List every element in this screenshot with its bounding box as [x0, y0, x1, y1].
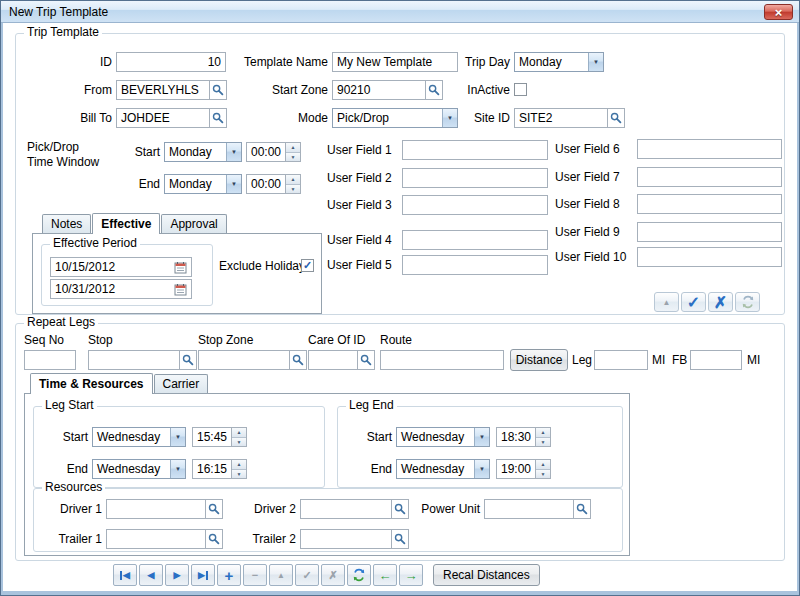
chevron-down-icon[interactable]: ▼: [226, 175, 241, 193]
spinner-down-icon[interactable]: ▼: [232, 470, 246, 479]
window-end-time-spinner[interactable]: ▲ ▼: [286, 174, 301, 194]
distance-button[interactable]: Distance: [510, 349, 568, 371]
trip-day-select[interactable]: Monday ▼: [514, 52, 604, 72]
spinner-up-icon[interactable]: ▲: [286, 143, 300, 153]
recal-distances-button[interactable]: Recal Distances: [433, 564, 540, 586]
leg-start-end-time-spinner[interactable]: ▲ ▼: [232, 459, 247, 479]
stop-zone-lookup-button[interactable]: [290, 350, 307, 370]
leg-start-end-time-input[interactable]: 16:15: [192, 459, 232, 479]
chevron-down-icon[interactable]: ▼: [170, 460, 185, 478]
exclude-holiday-checkbox[interactable]: ✓: [301, 259, 314, 272]
effective-from-date-input[interactable]: 10/15/2012: [50, 257, 192, 277]
trailer2-input[interactable]: [300, 529, 392, 549]
insert-record-button[interactable]: +: [217, 564, 241, 586]
care-of-id-lookup-button[interactable]: [358, 350, 375, 370]
leg-end-end-time-spinner[interactable]: ▲ ▼: [536, 459, 551, 479]
leg-start-end-day-select[interactable]: Wednesday ▼: [92, 459, 186, 479]
user-field-input[interactable]: [402, 140, 548, 160]
move-leg-right-button[interactable]: →: [399, 564, 423, 586]
user-field-input[interactable]: [637, 222, 782, 242]
move-leg-left-button[interactable]: ←: [373, 564, 397, 586]
seq-no-input[interactable]: [24, 350, 76, 370]
refresh-button[interactable]: [347, 564, 371, 586]
user-field-input[interactable]: [402, 168, 548, 188]
chevron-down-icon[interactable]: ▼: [442, 109, 457, 127]
post-record-button[interactable]: ✓: [681, 292, 706, 312]
window-start-time-input[interactable]: 00:00: [246, 142, 286, 162]
first-record-button[interactable]: ◀: [113, 564, 137, 586]
spinner-down-icon[interactable]: ▼: [536, 470, 550, 479]
cancel-record-button[interactable]: ✗: [708, 292, 733, 312]
leg-start-start-day-select[interactable]: Wednesday ▼: [92, 427, 186, 447]
post-record-button[interactable]: ✓: [295, 564, 319, 586]
leg-end-end-day-select[interactable]: Wednesday ▼: [396, 459, 490, 479]
tab-notes[interactable]: Notes: [42, 214, 91, 233]
calendar-icon[interactable]: [174, 261, 187, 274]
spinner-up-icon[interactable]: ▲: [232, 428, 246, 438]
leg-miles-input[interactable]: [594, 350, 648, 370]
chevron-down-icon[interactable]: ▼: [588, 53, 603, 71]
leg-end-start-time-input[interactable]: 18:30: [496, 427, 536, 447]
site-id-lookup-button[interactable]: [608, 108, 625, 128]
spinner-down-icon[interactable]: ▼: [232, 438, 246, 447]
fb-miles-input[interactable]: [690, 350, 742, 370]
spinner-down-icon[interactable]: ▼: [286, 153, 300, 162]
trailer1-input[interactable]: [106, 529, 206, 549]
user-field-input[interactable]: [402, 255, 548, 275]
power-unit-lookup-button[interactable]: [574, 499, 591, 519]
inactive-checkbox[interactable]: [514, 83, 527, 96]
edit-record-button[interactable]: ▲: [654, 292, 679, 312]
chevron-down-icon[interactable]: ▼: [474, 428, 489, 446]
leg-end-end-time-input[interactable]: 19:00: [496, 459, 536, 479]
tab-effective[interactable]: Effective: [92, 213, 160, 234]
driver1-lookup-button[interactable]: [206, 499, 223, 519]
tab-time-resources[interactable]: Time & Resources: [30, 373, 153, 394]
stop-input[interactable]: [88, 350, 180, 370]
trailer2-lookup-button[interactable]: [392, 529, 409, 549]
stop-lookup-button[interactable]: [180, 350, 197, 370]
window-end-day-select[interactable]: Monday ▼: [164, 174, 242, 194]
edit-record-button[interactable]: ▲: [269, 564, 293, 586]
refresh-button[interactable]: [735, 292, 760, 312]
tab-carrier[interactable]: Carrier: [154, 374, 209, 393]
bill-to-input[interactable]: JOHDEE: [116, 108, 210, 128]
user-field-input[interactable]: [637, 139, 782, 159]
delete-record-button[interactable]: −: [243, 564, 267, 586]
chevron-down-icon[interactable]: ▼: [226, 143, 241, 161]
spinner-up-icon[interactable]: ▲: [536, 428, 550, 438]
effective-to-date-input[interactable]: 10/31/2012: [50, 279, 192, 299]
window-start-day-select[interactable]: Monday ▼: [164, 142, 242, 162]
spinner-down-icon[interactable]: ▼: [286, 185, 300, 194]
leg-end-start-day-select[interactable]: Wednesday ▼: [396, 427, 490, 447]
next-record-button[interactable]: ▶: [165, 564, 189, 586]
tab-approval[interactable]: Approval: [161, 214, 226, 233]
leg-start-start-time-input[interactable]: 15:45: [192, 427, 232, 447]
close-button[interactable]: ×: [764, 4, 793, 20]
driver1-input[interactable]: [106, 499, 206, 519]
user-field-input[interactable]: [402, 195, 548, 215]
power-unit-input[interactable]: [484, 499, 574, 519]
chevron-down-icon[interactable]: ▼: [474, 460, 489, 478]
leg-end-start-time-spinner[interactable]: ▲ ▼: [536, 427, 551, 447]
spinner-up-icon[interactable]: ▲: [536, 460, 550, 470]
start-zone-lookup-button[interactable]: [426, 80, 443, 100]
route-input[interactable]: [380, 350, 504, 370]
from-input[interactable]: BEVERLYHLS: [116, 80, 210, 100]
stop-zone-input[interactable]: [198, 350, 290, 370]
cancel-record-button[interactable]: ✗: [321, 564, 345, 586]
template-name-input[interactable]: My New Template: [332, 52, 458, 72]
calendar-icon[interactable]: [174, 283, 187, 296]
care-of-id-input[interactable]: [308, 350, 358, 370]
user-field-input[interactable]: [637, 247, 782, 267]
window-end-time-input[interactable]: 00:00: [246, 174, 286, 194]
trailer1-lookup-button[interactable]: [206, 529, 223, 549]
user-field-input[interactable]: [402, 230, 548, 250]
window-start-time-spinner[interactable]: ▲ ▼: [286, 142, 301, 162]
driver2-lookup-button[interactable]: [392, 499, 409, 519]
user-field-input[interactable]: [637, 194, 782, 214]
title-bar[interactable]: New Trip Template ×: [1, 1, 799, 23]
user-field-input[interactable]: [637, 167, 782, 187]
prior-record-button[interactable]: ◀: [139, 564, 163, 586]
spinner-down-icon[interactable]: ▼: [536, 438, 550, 447]
mode-select[interactable]: Pick/Drop ▼: [332, 108, 458, 128]
